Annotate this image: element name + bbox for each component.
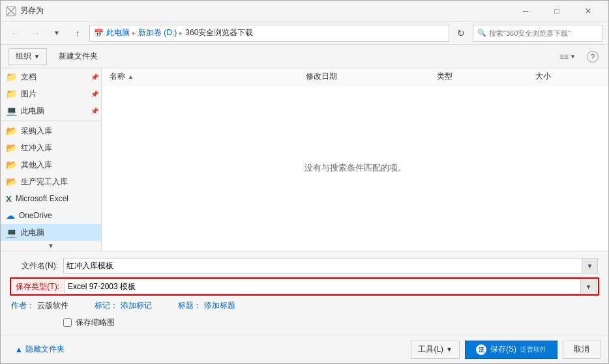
search-input[interactable]	[489, 29, 599, 37]
dropdown-arrow-button[interactable]: ▼	[48, 24, 66, 42]
author-value: 云版软件	[37, 300, 68, 311]
title-icon	[6, 6, 16, 16]
filetype-row: 保存类型(T): ▼	[10, 277, 599, 296]
save-button[interactable]: 泛 保存(S) 泛普软件	[465, 341, 557, 359]
folder-icon: 📂	[6, 160, 17, 170]
minimize-button[interactable]: ─	[511, 1, 541, 21]
window-controls: ─ □ ✕	[511, 1, 603, 21]
title-item: 标题： 添加标题	[178, 300, 235, 311]
folder-icon: 📂	[6, 143, 17, 153]
new-folder-button[interactable]: 新建文件夹	[52, 48, 104, 65]
breadcrumb-part-1[interactable]: 此电脑	[106, 27, 130, 38]
filename-input-wrapper: ▼	[63, 258, 598, 273]
onedrive-icon: ☁	[6, 210, 15, 221]
save-thumbnail-label[interactable]: 保存缩略图	[76, 317, 115, 328]
excel-icon: X	[6, 194, 12, 204]
column-name[interactable]: 名称 ▲	[110, 71, 306, 82]
main-content: 📁 文档 📌 📁 图片 📌 💻 此电脑 📌 📂 采购入库 📂	[1, 68, 608, 251]
meta-row: 作者： 云版软件 标记： 添加标记 标题： 添加标题	[11, 298, 598, 313]
filename-dropdown[interactable]: ▼	[582, 258, 598, 273]
action-bar: 组织 ▼ 新建文件夹 ≡≡ ▼ ?	[1, 45, 608, 68]
sidebar-item-label: 图片	[21, 89, 37, 100]
filename-input[interactable]	[63, 258, 582, 273]
close-button[interactable]: ✕	[573, 1, 603, 21]
tags-item: 标记： 添加标记	[95, 300, 152, 311]
sidebar-item-production[interactable]: 📂 生产完工入库	[1, 173, 101, 190]
sidebar-item-thispc-top[interactable]: 💻 此电脑 📌	[1, 102, 101, 119]
filetype-input-wrapper: ▼	[65, 279, 597, 294]
tools-button[interactable]: 工具(L) ▼	[411, 341, 460, 359]
sort-icon: ▲	[128, 74, 134, 80]
sidebar-item-other[interactable]: 📂 其他入库	[1, 156, 101, 173]
breadcrumb-icon: 📅	[94, 29, 104, 38]
organize-button[interactable]: 组织 ▼	[8, 48, 47, 65]
up-button[interactable]: ↑	[68, 24, 87, 42]
view-icon: ≡≡	[559, 52, 569, 61]
scroll-down-indicator[interactable]: ▼	[1, 241, 101, 250]
sidebar-item-label: 红冲入库	[21, 143, 52, 154]
author-item: 作者： 云版软件	[11, 300, 68, 311]
search-icon: 🔍	[477, 29, 486, 37]
sidebar-item-label: 其他入库	[21, 160, 52, 171]
pin-icon: 📌	[91, 91, 98, 98]
filetype-input[interactable]	[65, 279, 581, 294]
tools-label: 工具(L)	[418, 344, 443, 355]
view-button[interactable]: ≡≡ ▼	[556, 48, 580, 65]
folder-icon: 📁	[6, 72, 17, 82]
title-label: 标题：	[178, 300, 201, 311]
navigation-toolbar: ← → ▼ ↑ 📅 此电脑 ▸ 新加卷 (D:) ▸ 360安全浏览器下载 ↻ …	[1, 21, 608, 45]
sidebar-item-label: 文档	[21, 72, 37, 83]
sidebar-item-redflush[interactable]: 📂 红冲入库	[1, 139, 101, 156]
hide-folder-label: 隐藏文件夹	[25, 344, 65, 355]
maximize-button[interactable]: □	[542, 1, 572, 21]
forward-button[interactable]: →	[27, 24, 45, 42]
folder-icon: 📁	[6, 89, 17, 99]
cancel-button[interactable]: 取消	[563, 341, 601, 359]
sidebar-item-label: Microsoft Excel	[16, 194, 68, 203]
file-body: 没有与搜索条件匹配的项。	[102, 85, 608, 251]
search-box: 🔍	[473, 25, 603, 42]
breadcrumb-sep-2: ▸	[179, 29, 183, 36]
sidebar-item-label: 此电脑	[21, 227, 44, 238]
filetype-dropdown[interactable]: ▼	[581, 279, 597, 294]
sidebar-item-label: 采购入库	[21, 126, 52, 137]
title-bar: 另存为 ─ □ ✕	[1, 1, 608, 21]
filename-label: 文件名(N):	[11, 260, 63, 272]
pin-icon: 📌	[91, 107, 98, 115]
tags-value[interactable]: 添加标记	[121, 300, 152, 311]
breadcrumb[interactable]: 📅 此电脑 ▸ 新加卷 (D:) ▸ 360安全浏览器下载	[89, 25, 449, 42]
save-thumbnail-checkbox[interactable]	[63, 318, 72, 327]
hide-folder-button[interactable]: ▲ 隐藏文件夹	[8, 341, 71, 359]
sidebar-item-excel[interactable]: X Microsoft Excel	[1, 190, 101, 207]
organize-label: 组织	[16, 51, 31, 62]
footer: ▲ 隐藏文件夹 工具(L) ▼ 泛 保存(S) 泛普软件 取消	[1, 335, 608, 363]
sidebar: 📁 文档 📌 📁 图片 📌 💻 此电脑 📌 📂 采购入库 📂	[1, 68, 102, 251]
sidebar-divider	[1, 120, 101, 121]
column-size[interactable]: 大小	[535, 71, 601, 82]
title-text: 另存为	[20, 5, 511, 16]
author-label: 作者：	[11, 300, 35, 311]
sidebar-item-pictures[interactable]: 📁 图片 📌	[1, 85, 101, 102]
organize-arrow-icon: ▼	[34, 53, 40, 60]
column-date[interactable]: 修改日期	[306, 71, 437, 82]
back-button[interactable]: ←	[6, 24, 24, 42]
sidebar-item-thispc[interactable]: 💻 此电脑	[1, 224, 101, 241]
title-value[interactable]: 添加标题	[204, 300, 235, 311]
column-type[interactable]: 类型	[437, 71, 535, 82]
breadcrumb-part-2[interactable]: 新加卷 (D:)	[138, 27, 177, 38]
sidebar-item-label: 此电脑	[21, 105, 44, 117]
file-list-header: 名称 ▲ 修改日期 类型 大小	[102, 68, 608, 85]
footer-right: 工具(L) ▼ 泛 保存(S) 泛普软件 取消	[411, 341, 601, 359]
view-arrow-icon: ▼	[570, 53, 576, 60]
sidebar-item-onedrive[interactable]: ☁ OneDrive	[1, 207, 101, 224]
help-button[interactable]: ?	[585, 49, 601, 64]
tools-arrow-icon: ▼	[446, 346, 453, 353]
folder-icon: 📂	[6, 126, 17, 136]
refresh-button[interactable]: ↻	[452, 24, 470, 42]
folder-icon: 📂	[6, 176, 17, 187]
save-label: 保存(S)	[490, 344, 516, 355]
sidebar-item-purchase[interactable]: 📂 采购入库	[1, 122, 101, 139]
brand-logo-container: 泛	[476, 344, 486, 355]
file-area: 名称 ▲ 修改日期 类型 大小 没有与搜索条件匹配的项。	[102, 68, 608, 251]
sidebar-item-documents[interactable]: 📁 文档 📌	[1, 68, 101, 85]
